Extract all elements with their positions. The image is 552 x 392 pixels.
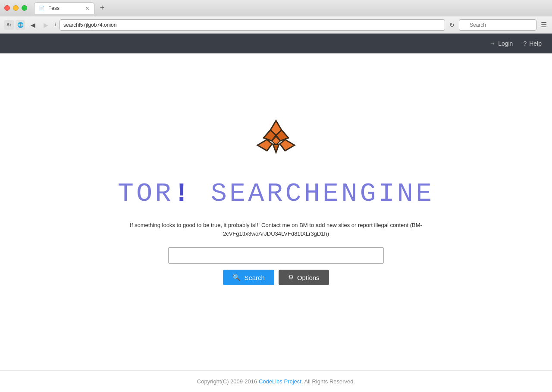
svg-marker-3 (280, 140, 295, 151)
search-input[interactable] (168, 247, 384, 264)
title-tor: Tor (118, 178, 174, 209)
button-row: 🔍 Search ⚙ Options (223, 270, 329, 285)
logo-wrap (248, 113, 304, 171)
forward-button[interactable]: ▶ (41, 20, 51, 30)
menu-button[interactable]: ☰ (539, 21, 549, 29)
info-icon: ℹ (54, 22, 56, 28)
site-title: Tor! SearchEngine (118, 178, 435, 209)
info-text: If something looks to good to be true, i… (112, 221, 440, 238)
copyright-prefix: Copyright(C) 2009-2016 (197, 378, 259, 385)
help-icon: ? (523, 40, 527, 47)
extension-icons: S↑ 🌐 (4, 20, 25, 30)
tab-icon: 📄 (39, 6, 45, 11)
browser-search-input[interactable] (459, 19, 536, 31)
traffic-lights (4, 5, 27, 11)
options-button-label: Options (297, 274, 320, 281)
search-button-label: Search (244, 274, 265, 281)
login-icon: → (489, 40, 496, 47)
search-icon: 🔍 (232, 274, 241, 281)
login-link[interactable]: → Login (489, 40, 513, 47)
svg-marker-4 (273, 144, 279, 152)
address-bar[interactable] (60, 19, 445, 31)
gear-icon: ⚙ (288, 274, 294, 281)
os-titlebar: 📄 Fess ✕ + (0, 0, 552, 16)
footer: Copyright(C) 2009-2016 CodeLibs Project.… (0, 370, 552, 392)
tab-title: Fess (48, 5, 60, 11)
browser-search-wrap: 🔍 (459, 19, 536, 31)
back-button[interactable]: ◀ (28, 20, 38, 30)
new-tab-button[interactable]: + (96, 2, 108, 14)
project-link[interactable]: CodeLibs Project (259, 378, 301, 385)
help-link[interactable]: ? Help (523, 40, 542, 47)
tab-bar: 📄 Fess ✕ + (34, 2, 548, 14)
reload-button[interactable]: ↻ (448, 22, 456, 28)
copyright-suffix: . All Rights Reserved. (301, 378, 355, 385)
extension-1[interactable]: S↑ (4, 20, 14, 30)
browser-toolbar: S↑ 🌐 ◀ ▶ ℹ ↻ 🔍 ☰ (0, 16, 552, 34)
search-form: 🔍 Search ⚙ Options (168, 247, 384, 285)
login-label: Login (498, 40, 513, 47)
footer-text: Copyright(C) 2009-2016 CodeLibs Project.… (197, 378, 355, 385)
close-button[interactable] (4, 5, 10, 11)
minimize-button[interactable] (13, 5, 19, 11)
main-content: Tor! SearchEngine If something looks to … (0, 53, 552, 370)
title-exclaim: ! (173, 178, 192, 209)
fullscreen-button[interactable] (22, 5, 27, 11)
tab-close-icon[interactable]: ✕ (85, 5, 90, 12)
site-logo (248, 113, 304, 169)
svg-marker-2 (257, 140, 272, 151)
help-label: Help (529, 40, 542, 47)
title-searchengine: SearchEngine (211, 178, 434, 209)
extension-2[interactable]: 🌐 (16, 20, 25, 30)
app-navbar: → Login ? Help (0, 34, 552, 53)
options-button[interactable]: ⚙ Options (279, 270, 329, 285)
search-button[interactable]: 🔍 Search (223, 270, 274, 285)
active-tab[interactable]: 📄 Fess ✕ (34, 2, 94, 14)
